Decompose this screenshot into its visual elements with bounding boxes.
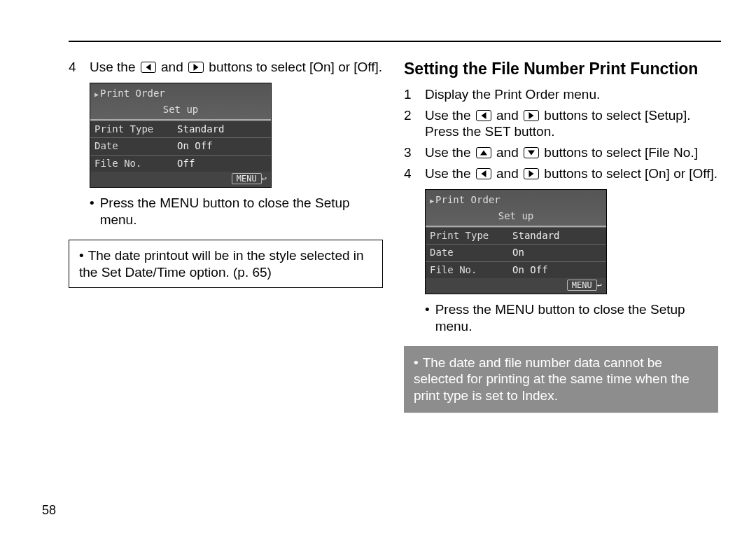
lcd-row: File No.On Off <box>426 261 606 279</box>
note-text: Press the MENU button to close the Setup… <box>100 195 383 228</box>
lcd-title: Print Order <box>426 193 606 209</box>
text-fragment: and <box>493 108 522 123</box>
menu-badge: MENU <box>567 280 597 291</box>
right-step-4: 4 Use the and buttons to select [On] or … <box>404 165 718 182</box>
text-fragment: buttons to select [File No.] <box>540 145 698 160</box>
step-number: 4 <box>69 59 78 76</box>
lcd-row-value: On <box>512 247 602 259</box>
step-text: Use the and buttons to select [Setup]. P… <box>425 107 718 141</box>
lcd-setup-label: Set up <box>90 102 271 121</box>
text-fragment: and <box>493 166 522 181</box>
right-arrow-icon <box>524 110 539 121</box>
menu-badge: MENU <box>232 173 262 184</box>
bullet-icon: • <box>414 355 419 370</box>
lcd-row-value: Off <box>177 158 267 170</box>
text-fragment: Use the <box>425 145 475 160</box>
text-fragment: buttons to select [On] or [Off]. <box>540 166 718 181</box>
step-number: 2 <box>404 107 414 141</box>
camera-lcd-screenshot: Print Order Set up Print TypeStandard Da… <box>90 83 272 188</box>
right-press-menu-note: • Press the MENU button to close the Set… <box>404 301 718 335</box>
right-step-3: 3 Use the and buttons to select [File No… <box>404 144 718 161</box>
note-text: Press the MENU button to close the Setup… <box>435 301 718 335</box>
step-text: Use the and buttons to select [On] or [O… <box>90 59 383 76</box>
lcd-setup-label: Set up <box>426 209 606 227</box>
lcd-row: DateOn Off <box>90 137 271 155</box>
right-arrow-icon <box>188 62 204 73</box>
lcd-row: File No.Off <box>90 155 271 172</box>
left-arrow-icon <box>141 62 156 73</box>
step-number: 1 <box>404 86 414 103</box>
left-column: 4 Use the and buttons to select [On] or … <box>69 59 383 508</box>
camera-lcd-screenshot: Print Order Set up Print TypeStandard Da… <box>425 189 607 295</box>
text-fragment: and <box>493 145 522 160</box>
lcd-row-value: On Off <box>177 140 267 153</box>
page-number: 58 <box>42 503 56 518</box>
left-arrow-icon <box>476 168 491 179</box>
lcd-row-label: Print Type <box>94 123 177 136</box>
step-number: 3 <box>404 144 414 161</box>
text-fragment: Use the <box>425 166 475 181</box>
lcd-row-value: Standard <box>512 230 602 242</box>
right-step-2: 2 Use the and buttons to select [Setup].… <box>404 107 718 141</box>
right-arrow-icon <box>524 168 539 179</box>
text-fragment: and <box>158 60 187 74</box>
lcd-title: Print Order <box>90 86 271 103</box>
step-text: Use the and buttons to select [File No.] <box>425 144 718 161</box>
lcd-row-label: Print Type <box>430 230 512 242</box>
info-text: The date printout will be in the style s… <box>79 248 364 280</box>
page-content: 4 Use the and buttons to select [On] or … <box>69 59 718 508</box>
step-number: 4 <box>404 165 414 182</box>
warning-text: The date and file number data cannot be … <box>414 355 690 404</box>
text-fragment: Use the <box>425 108 475 123</box>
text-fragment: buttons to select [On] or [Off]. <box>205 60 382 74</box>
right-warning-box: •The date and file number data cannot be… <box>404 346 718 413</box>
text-fragment: Use the <box>90 60 139 74</box>
lcd-row-label: File No. <box>94 158 177 170</box>
lcd-row-label: Date <box>430 247 512 259</box>
bullet-icon: • <box>425 301 430 335</box>
left-press-menu-note: • Press the MENU button to close the Set… <box>69 195 383 228</box>
lcd-row: Print TypeStandard <box>426 227 606 245</box>
step-text: Use the and buttons to select [On] or [O… <box>425 165 718 182</box>
section-heading: Setting the File Number Print Function <box>404 59 718 79</box>
down-arrow-icon <box>524 147 539 158</box>
lcd-row-value: Standard <box>177 123 267 136</box>
step-text: Display the Print Order menu. <box>425 86 718 103</box>
bullet-icon: • <box>79 248 84 263</box>
left-info-box: •The date printout will be in the style … <box>69 240 383 289</box>
lcd-row-label: File No. <box>430 264 512 277</box>
lcd-row-label: Date <box>94 140 177 153</box>
lcd-row-value: On Off <box>512 264 602 277</box>
lcd-menu-indicator: MENU↩ <box>426 278 606 294</box>
top-horizontal-rule <box>69 41 721 42</box>
left-arrow-icon <box>476 110 491 121</box>
lcd-row: DateOn <box>426 244 606 261</box>
bullet-icon: • <box>90 195 94 228</box>
lcd-menu-indicator: MENU↩ <box>90 172 271 187</box>
up-arrow-icon <box>476 147 491 158</box>
right-step-1: 1 Display the Print Order menu. <box>404 86 718 103</box>
left-step-4: 4 Use the and buttons to select [On] or … <box>69 59 383 76</box>
right-column: Setting the File Number Print Function 1… <box>404 59 718 508</box>
lcd-row: Print TypeStandard <box>90 121 271 138</box>
